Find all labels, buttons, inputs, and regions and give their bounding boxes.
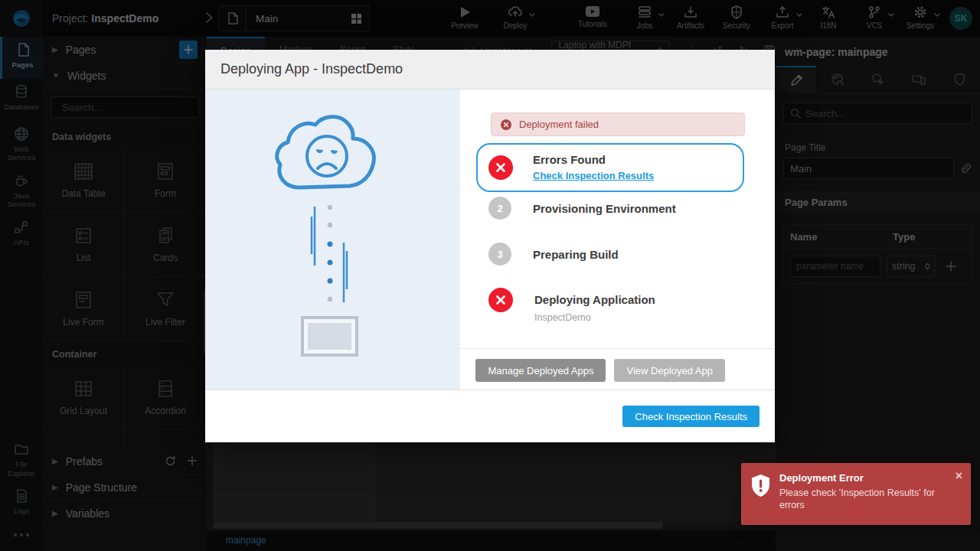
step-deploying-application: Deploying Application InspectDemo xyxy=(488,288,655,323)
step-subtitle: InspectDemo xyxy=(534,312,655,323)
rain-dots-icon xyxy=(305,203,358,310)
deploy-steps-pane: Deployment failed Errors Found Check Ins… xyxy=(460,90,775,390)
modal-footer: Check Inspection Results xyxy=(205,390,775,442)
sad-cloud-icon xyxy=(271,112,390,197)
deploy-modal: Deploying App - InspectDemo xyxy=(205,50,775,442)
monitor-illustration xyxy=(301,316,358,357)
step-error-icon xyxy=(488,155,513,180)
check-inspection-results-button[interactable]: Check Inspection Results xyxy=(622,406,760,427)
step-title: Preparing Build xyxy=(533,248,619,261)
step-provisioning: 2 Provisioning Environment xyxy=(488,197,676,220)
view-deployed-app-button[interactable]: View Deployed App xyxy=(614,359,725,382)
step-title: Deploying Application xyxy=(534,288,655,312)
wavemaker-studio: Project: InspectDemo Main Preview Deploy xyxy=(0,0,980,551)
shield-alert-icon xyxy=(750,474,771,497)
check-inspection-link[interactable]: Check Inspection Results xyxy=(533,170,654,181)
error-banner-text: Deployment failed xyxy=(519,119,599,130)
manage-deployed-apps-button[interactable]: Manage Deployed Apps xyxy=(475,359,606,382)
error-banner: Deployment failed xyxy=(491,112,745,136)
modal-title: Deploying App - InspectDemo xyxy=(220,61,403,77)
step-preparing-build: 3 Preparing Build xyxy=(488,243,619,266)
toast-title: Deployment Error xyxy=(779,472,962,484)
deployment-error-toast: Deployment Error Please check 'Inspectio… xyxy=(741,463,971,525)
step-errors-found: Errors Found Check Inspection Results xyxy=(476,143,744,192)
steps-footer-divider xyxy=(460,348,775,349)
modal-header: Deploying App - InspectDemo xyxy=(205,50,775,90)
step-error-icon xyxy=(488,288,513,312)
step-title: Errors Found xyxy=(533,153,654,166)
error-circle-icon xyxy=(501,119,511,130)
step-number: 3 xyxy=(488,243,511,266)
deploy-illustration xyxy=(205,90,460,390)
step-title: Provisioning Environment xyxy=(533,202,676,215)
step-number: 2 xyxy=(488,197,511,220)
toast-message: Please check 'Inspection Results' for er… xyxy=(779,487,940,512)
toast-close-icon[interactable]: × xyxy=(956,469,962,483)
